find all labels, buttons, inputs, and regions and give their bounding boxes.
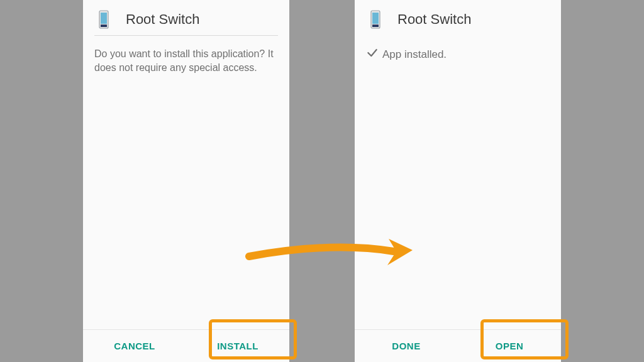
svg-rect-2 bbox=[101, 25, 107, 27]
install-button[interactable]: INSTALL bbox=[186, 330, 289, 362]
svg-rect-1 bbox=[101, 13, 107, 24]
app-header: Root Switch bbox=[83, 0, 289, 35]
installed-status-text: App installed. bbox=[382, 48, 447, 62]
installed-status-row: App installed. bbox=[366, 47, 550, 63]
install-complete-body: App installed. bbox=[355, 35, 561, 329]
open-button[interactable]: OPEN bbox=[458, 330, 561, 362]
app-header: Root Switch bbox=[355, 0, 561, 35]
install-prompt-body: Do you want to install this application?… bbox=[83, 36, 289, 329]
done-button[interactable]: DONE bbox=[355, 330, 458, 362]
svg-rect-4 bbox=[372, 13, 379, 24]
install-prompt-text: Do you want to install this application?… bbox=[94, 47, 278, 74]
install-complete-screen: Root Switch App installed. DONE OPEN bbox=[355, 0, 561, 362]
button-bar: CANCEL INSTALL bbox=[83, 329, 289, 362]
svg-rect-5 bbox=[372, 25, 379, 27]
check-icon bbox=[366, 47, 379, 63]
app-title: Root Switch bbox=[126, 11, 199, 28]
cancel-button[interactable]: CANCEL bbox=[83, 330, 186, 362]
install-prompt-screen: Root Switch Do you want to install this … bbox=[83, 0, 289, 362]
app-title: Root Switch bbox=[397, 11, 471, 28]
app-icon bbox=[94, 10, 113, 29]
button-bar: DONE OPEN bbox=[355, 329, 561, 362]
app-icon bbox=[366, 10, 385, 29]
